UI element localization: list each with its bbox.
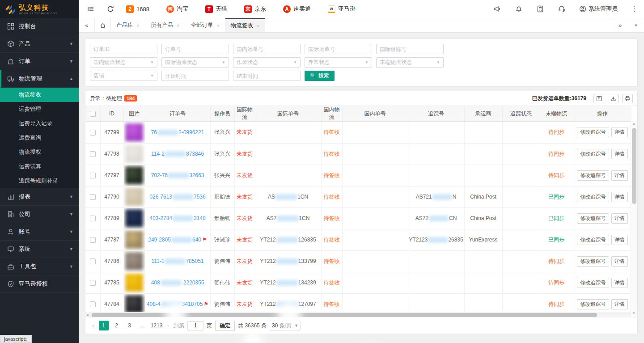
order-number-link[interactable]: 249-2805640 — [148, 237, 201, 243]
filter-select[interactable]: 作废状态▼ — [233, 57, 301, 68]
page-number[interactable]: 1213 — [151, 321, 163, 330]
next-page-button[interactable]: › — [165, 322, 170, 329]
row-checkbox[interactable] — [90, 301, 96, 307]
horizontal-scrollbar[interactable]: ◂ — [85, 312, 637, 318]
marketplace-jd[interactable]: 京京东 — [244, 5, 266, 13]
sidebar-item-toolbox[interactable]: 工具包▼ — [0, 258, 79, 275]
tabs-scroll-right[interactable]: » — [612, 18, 628, 32]
column-settings-button[interactable] — [593, 94, 604, 103]
hscroll-left-arrow[interactable]: ◂ — [86, 312, 89, 318]
detail-button[interactable]: 详情 — [611, 235, 628, 245]
detail-button[interactable]: 详情 — [611, 256, 628, 267]
select-all-header[interactable] — [85, 106, 100, 122]
product-image[interactable] — [125, 295, 143, 312]
modify-tracking-button[interactable]: 修改追踪号 — [577, 256, 609, 267]
sidebar-item-shield[interactable]: 亚马逊授权 — [0, 275, 79, 293]
marketplace-tmall[interactable]: T天猫 — [205, 5, 227, 13]
goto-page-input[interactable] — [187, 321, 203, 330]
filter-select[interactable]: 店铺▼ — [90, 71, 157, 81]
modify-tracking-button[interactable]: 修改追踪号 — [577, 127, 609, 137]
modify-tracking-button[interactable]: 修改追踪号 — [577, 149, 609, 159]
search-button[interactable]: 🔍搜索 — [305, 71, 335, 81]
product-image[interactable] — [125, 166, 143, 184]
order-number-link[interactable]: 403-27843148 — [149, 215, 205, 221]
home-tab[interactable] — [95, 18, 111, 32]
sidebar-item-report[interactable]: 报表▼ — [0, 188, 79, 206]
modify-tracking-button[interactable]: 修改追踪号 — [577, 213, 609, 224]
order-number-link[interactable]: 408-2220355 — [151, 279, 204, 286]
detail-button[interactable]: 详情 — [611, 299, 628, 309]
sidebar-item-order[interactable]: 订单▼ — [0, 53, 79, 70]
prev-page-button[interactable]: ‹ — [91, 322, 96, 329]
row-checkbox[interactable] — [90, 258, 96, 264]
filter-input[interactable] — [305, 44, 372, 54]
detail-button[interactable]: 详情 — [611, 213, 628, 224]
submenu-item[interactable]: 物流签收 — [0, 88, 79, 102]
close-tab-icon[interactable]: × — [137, 23, 140, 28]
filter-input[interactable] — [233, 71, 301, 81]
row-checkbox[interactable] — [90, 194, 96, 200]
tab-所有产品[interactable]: 所有产品× — [145, 18, 185, 32]
order-number-link[interactable]: 762-0996221 — [151, 129, 204, 136]
detail-button[interactable]: 详情 — [611, 127, 628, 137]
product-image[interactable] — [125, 252, 143, 270]
product-image[interactable] — [125, 145, 143, 163]
row-checkbox[interactable] — [90, 280, 96, 286]
vertical-scrollbar[interactable]: ▲ ▼ — [631, 121, 637, 317]
modify-tracking-button[interactable]: 修改追踪号 — [577, 170, 609, 181]
marketplace-aliexpress[interactable]: A速卖通 — [283, 5, 311, 13]
print-button[interactable] — [622, 94, 633, 103]
goto-confirm-button[interactable]: 确定 — [215, 321, 235, 331]
more-menu-icon[interactable]: ⋮ — [631, 5, 638, 13]
refresh-icon[interactable] — [106, 5, 114, 13]
filter-select[interactable]: 国内物流状态▼ — [90, 57, 157, 68]
modify-tracking-button[interactable]: 修改追踪号 — [577, 299, 609, 309]
detail-button[interactable]: 详情 — [611, 170, 628, 181]
pending-count-badge[interactable]: 184 — [124, 95, 137, 102]
submenu-item[interactable]: 追踪号规则补录 — [0, 174, 79, 188]
collapse-sidebar-icon[interactable] — [87, 5, 95, 13]
detail-button[interactable]: 详情 — [611, 192, 628, 202]
tab-物流签收[interactable]: 物流签收× — [225, 18, 265, 32]
customer-service-icon[interactable] — [558, 5, 566, 13]
filter-input[interactable] — [233, 44, 301, 54]
modify-tracking-button[interactable]: 修改追踪号 — [577, 192, 609, 202]
marketplace-taobao[interactable]: 淘淘宝 — [166, 5, 188, 13]
vscroll-down-arrow[interactable]: ▼ — [631, 310, 637, 317]
close-tab-icon[interactable]: × — [216, 23, 219, 28]
filter-select[interactable]: 异常状态▼ — [305, 57, 372, 68]
product-image[interactable] — [125, 274, 143, 292]
submenu-item[interactable]: 运费管理 — [0, 102, 79, 116]
filter-select[interactable]: 国际物流状态▼ — [161, 57, 229, 68]
calculator-icon[interactable] — [536, 5, 544, 13]
export-button[interactable] — [608, 94, 619, 103]
user-menu[interactable]: 系统管理员 — [579, 5, 618, 13]
product-image[interactable] — [125, 188, 143, 206]
tab-全部订单[interactable]: 全部订单× — [185, 18, 225, 32]
submenu-item[interactable]: 运费查询 — [0, 131, 79, 145]
modify-tracking-button[interactable]: 修改追踪号 — [577, 278, 609, 288]
marketplace-amazon[interactable]: a亚马逊 — [328, 5, 356, 13]
filter-input[interactable] — [90, 44, 157, 54]
sidebar-item-company[interactable]: 公司▼ — [0, 206, 79, 223]
row-checkbox[interactable] — [90, 216, 96, 221]
product-image[interactable] — [125, 123, 143, 141]
order-number-link[interactable]: 408-43418705 — [147, 301, 203, 307]
modify-tracking-button[interactable]: 修改追踪号 — [577, 235, 609, 245]
submenu-item[interactable]: 运费试算 — [0, 159, 79, 174]
submenu-item[interactable]: 物流授权 — [0, 145, 79, 159]
hscroll-thumb[interactable] — [92, 313, 597, 317]
product-image[interactable] — [125, 209, 143, 227]
row-checkbox[interactable] — [90, 173, 96, 178]
sidebar-item-logistics[interactable]: 物流管理▲ — [0, 70, 79, 88]
filter-select[interactable]: 末端物流状态▼ — [376, 57, 444, 68]
per-page-select[interactable]: 30 条/页 ▼ — [270, 321, 301, 330]
detail-button[interactable]: 详情 — [611, 278, 628, 288]
sidebar-item-system[interactable]: 系统▼ — [0, 241, 79, 258]
row-checkbox[interactable] — [90, 237, 96, 243]
announcement-icon[interactable] — [493, 5, 501, 13]
sidebar-item-account[interactable]: 账号▼ — [0, 223, 79, 241]
product-image[interactable] — [125, 231, 143, 249]
row-checkbox[interactable] — [90, 130, 96, 136]
page-number[interactable]: 3 — [125, 321, 135, 330]
